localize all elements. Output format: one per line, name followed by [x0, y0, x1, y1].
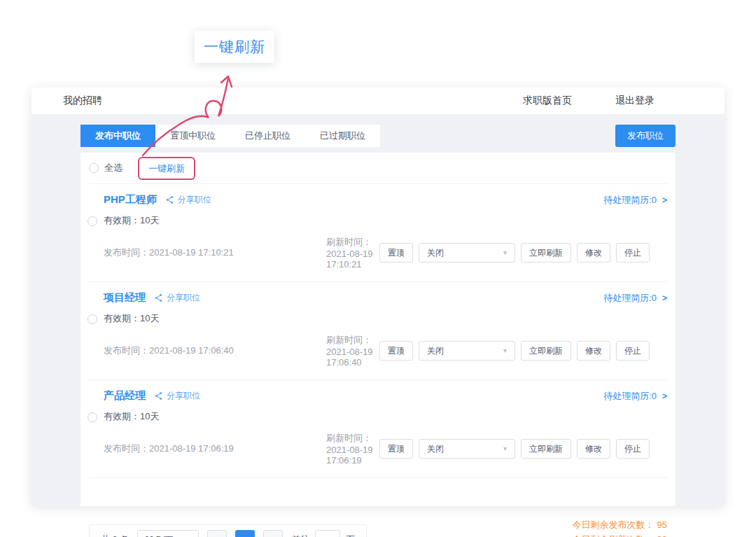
pending-resumes-label: 待处理简历:0 — [603, 194, 657, 207]
pending-resumes-link[interactable]: 待处理简历:0 > — [603, 292, 667, 305]
tab-strip: 发布中职位 置顶中职位 已停止职位 已过期职位 — [80, 125, 380, 147]
refresh-time-label: 刷新时间： — [326, 237, 372, 247]
job-checkbox[interactable] — [88, 314, 97, 324]
page-title: 我的招聘 — [63, 95, 102, 107]
goto-label: 前往 — [291, 533, 309, 537]
select-all-row: 全选 一键刷新 — [80, 153, 676, 183]
share-job-link[interactable]: 分享职位 — [154, 390, 200, 402]
refresh-time-label: 刷新时间： — [326, 335, 372, 345]
close-select[interactable]: 关闭 ▾ — [419, 341, 515, 361]
publish-time-value: 2021-08-19 17:06:40 — [149, 345, 234, 356]
stop-button[interactable]: 停止 — [616, 243, 650, 263]
validity-label: 有效期： — [104, 411, 140, 421]
job-row: PHP工程师 分享职位 待处理简历:0 > 有效期：10天 — [80, 184, 676, 281]
goto-page: 前往 页 — [291, 530, 355, 537]
list-footer: 共 3 条 20条/页 ▾ ‹ 1 › 前往 页 今日剩余发布次数： 95 — [80, 517, 676, 537]
share-icon — [154, 293, 163, 302]
pin-top-button[interactable]: 置顶 — [379, 243, 413, 263]
refresh-now-button[interactable]: 立即刷新 — [521, 341, 571, 361]
job-actions: 置顶 关闭 ▾ 立即刷新 修改 停止 — [379, 341, 650, 361]
next-page-icon: › — [272, 533, 275, 537]
refresh-all-label: 一键刷新 — [148, 163, 185, 174]
logout-link[interactable]: 退出登录 — [615, 95, 654, 107]
close-select-value: 关闭 — [427, 247, 444, 259]
job-title[interactable]: PHP工程师 — [104, 193, 157, 207]
job-row: 项目经理 分享职位 待处理简历:0 > 有效期：10天 — [80, 282, 676, 379]
share-job-label: 分享职位 — [167, 292, 200, 304]
publish-time: 发布时间：2021-08-19 17:06:19 — [104, 442, 326, 455]
edit-button[interactable]: 修改 — [577, 243, 610, 263]
validity-value: 10天 — [140, 411, 159, 421]
jobseeker-home-link[interactable]: 求职版首页 — [523, 95, 572, 107]
refresh-all-button[interactable]: 一键刷新 — [138, 157, 195, 180]
next-page-button[interactable]: › — [263, 530, 283, 537]
chevron-right-icon: > — [662, 391, 667, 401]
share-job-label: 分享职位 — [178, 194, 211, 206]
divider — [89, 477, 667, 478]
pin-top-button[interactable]: 置顶 — [379, 341, 413, 361]
edit-button[interactable]: 修改 — [577, 439, 610, 459]
stat-value: 99 — [657, 532, 667, 537]
remaining-publish-count: 今日剩余发布次数： 95 — [573, 517, 667, 532]
share-job-label: 分享职位 — [167, 390, 200, 402]
quota-stats: 今日剩余发布次数： 95 今日剩余刷新次数： 99 岗位数量： 0 — [573, 517, 667, 537]
job-title[interactable]: 产品经理 — [104, 389, 146, 403]
page-size-select[interactable]: 20条/页 ▾ — [137, 530, 199, 537]
current-page-button[interactable]: 1 — [235, 530, 255, 537]
validity-label: 有效期： — [104, 215, 140, 225]
stop-button[interactable]: 停止 — [616, 439, 650, 459]
validity-line: 有效期：10天 — [104, 410, 667, 423]
share-icon — [154, 391, 163, 400]
pending-resumes-label: 待处理简历:0 — [603, 390, 657, 403]
select-all-checkbox[interactable] — [89, 163, 99, 173]
caret-down-icon: ▾ — [503, 445, 507, 452]
refresh-time-value: 2021-08-19 17:06:19 — [326, 445, 373, 466]
tab-expired[interactable]: 已过期职位 — [305, 125, 380, 147]
close-select[interactable]: 关闭 ▾ — [419, 439, 515, 459]
refresh-time-value: 2021-08-19 17:06:40 — [326, 347, 373, 368]
refresh-now-button[interactable]: 立即刷新 — [521, 439, 571, 459]
publish-time-label: 发布时间： — [104, 443, 149, 454]
stat-value: 95 — [657, 517, 667, 532]
pending-resumes-link[interactable]: 待处理简历:0 > — [603, 194, 667, 207]
chevron-right-icon: > — [662, 293, 667, 303]
caret-down-icon: ▾ — [503, 249, 507, 256]
publish-time-value: 2021-08-19 17:10:21 — [149, 247, 234, 258]
refresh-now-button[interactable]: 立即刷新 — [521, 243, 571, 263]
select-all-label: 全选 — [104, 162, 122, 174]
caret-down-icon: ▾ — [503, 347, 507, 354]
page-size-value: 20条/页 — [144, 534, 173, 537]
chevron-right-icon: > — [662, 195, 667, 205]
validity-value: 10天 — [140, 215, 159, 225]
pending-resumes-link[interactable]: 待处理简历:0 > — [603, 390, 667, 403]
refresh-time: 刷新时间：2021-08-19 17:06:19 — [326, 432, 379, 466]
share-job-link[interactable]: 分享职位 — [165, 194, 211, 206]
publish-job-button[interactable]: 发布职位 — [615, 125, 676, 147]
job-row: 产品经理 分享职位 待处理简历:0 > 有效期：10天 — [80, 380, 676, 477]
goto-page-input[interactable] — [315, 530, 340, 537]
topbar-links: 求职版首页 退出登录 — [523, 95, 654, 107]
job-checkbox[interactable] — [88, 216, 97, 226]
tab-stopped[interactable]: 已停止职位 — [230, 125, 305, 147]
validity-line: 有效期：10天 — [104, 312, 667, 325]
close-select-value: 关闭 — [427, 345, 444, 357]
pin-top-button[interactable]: 置顶 — [379, 439, 413, 459]
tab-row: 发布中职位 置顶中职位 已停止职位 已过期职位 发布职位 — [80, 125, 676, 147]
close-select[interactable]: 关闭 ▾ — [419, 243, 515, 263]
job-checkbox[interactable] — [88, 412, 97, 422]
close-select-value: 关闭 — [427, 443, 444, 455]
edit-button[interactable]: 修改 — [577, 341, 610, 361]
job-title[interactable]: 项目经理 — [104, 291, 146, 305]
prev-page-button[interactable]: ‹ — [207, 530, 227, 537]
tab-publishing[interactable]: 发布中职位 — [80, 125, 155, 147]
publish-time: 发布时间：2021-08-19 17:10:21 — [104, 246, 326, 259]
tab-pinned[interactable]: 置顶中职位 — [155, 125, 230, 147]
total-count: 共 3 条 — [101, 533, 129, 537]
stop-button[interactable]: 停止 — [616, 341, 650, 361]
publish-time-value: 2021-08-19 17:06:19 — [149, 443, 234, 454]
share-job-link[interactable]: 分享职位 — [154, 292, 200, 304]
share-icon — [165, 195, 174, 204]
pagination: 共 3 条 20条/页 ▾ ‹ 1 › 前往 页 — [89, 524, 367, 537]
refresh-time-label: 刷新时间： — [326, 433, 372, 443]
job-list-card: 全选 一键刷新 PHP工程师 分享职位 — [80, 153, 676, 506]
